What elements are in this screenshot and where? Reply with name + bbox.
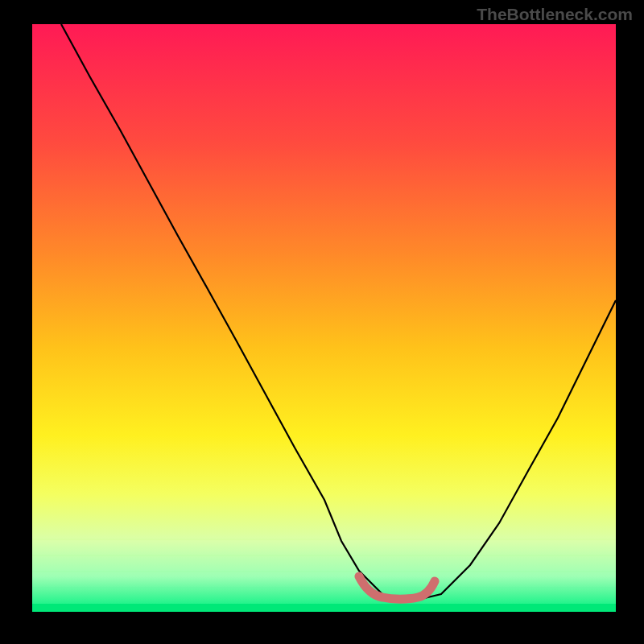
watermark-text: TheBottleneck.com	[477, 5, 633, 24]
bottleneck-curve-layer	[32, 24, 616, 612]
chart-plot-area	[32, 24, 616, 612]
bottleneck-curve	[61, 24, 616, 600]
optimal-zone-marker	[359, 576, 435, 599]
